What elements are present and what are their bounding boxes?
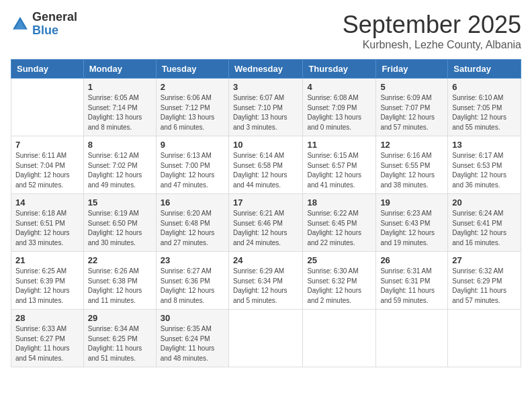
day-info: Sunrise: 6:18 AM Sunset: 6:51 PM Dayligh… [15, 209, 79, 248]
day-info: Sunrise: 6:16 AM Sunset: 6:55 PM Dayligh… [380, 151, 443, 190]
calendar-week-row: 21Sunrise: 6:25 AM Sunset: 6:39 PM Dayli… [11, 252, 521, 310]
day-info: Sunrise: 6:05 AM Sunset: 7:14 PM Dayligh… [88, 93, 152, 132]
day-info: Sunrise: 6:10 AM Sunset: 7:05 PM Dayligh… [452, 93, 517, 132]
title-block: September 2025 Kurbnesh, Lezhe County, A… [343, 11, 521, 51]
day-number: 1 [88, 82, 152, 92]
column-header-sunday: Sunday [11, 60, 84, 79]
calendar-cell: 25Sunrise: 6:30 AM Sunset: 6:32 PM Dayli… [303, 252, 376, 310]
calendar-cell [228, 310, 302, 367]
calendar-cell: 24Sunrise: 6:29 AM Sunset: 6:34 PM Dayli… [228, 252, 302, 310]
day-info: Sunrise: 6:32 AM Sunset: 6:29 PM Dayligh… [452, 267, 517, 306]
day-number: 7 [15, 140, 79, 150]
day-number: 5 [380, 82, 443, 92]
location-title: Kurbnesh, Lezhe County, Albania [343, 39, 521, 51]
day-number: 3 [233, 82, 298, 92]
day-info: Sunrise: 6:06 AM Sunset: 7:12 PM Dayligh… [161, 93, 224, 132]
day-number: 2 [161, 82, 224, 92]
calendar-cell: 11Sunrise: 6:15 AM Sunset: 6:57 PM Dayli… [303, 136, 376, 194]
month-title: September 2025 [343, 11, 521, 39]
day-number: 24 [233, 255, 298, 265]
calendar-cell: 5Sunrise: 6:09 AM Sunset: 7:07 PM Daylig… [376, 79, 448, 136]
column-header-monday: Monday [83, 60, 156, 79]
day-info: Sunrise: 6:14 AM Sunset: 6:58 PM Dayligh… [233, 151, 298, 190]
calendar-cell: 26Sunrise: 6:31 AM Sunset: 6:31 PM Dayli… [376, 252, 448, 310]
calendar-cell: 6Sunrise: 6:10 AM Sunset: 7:05 PM Daylig… [448, 79, 521, 136]
calendar-cell: 21Sunrise: 6:25 AM Sunset: 6:39 PM Dayli… [11, 252, 84, 310]
logo-blue-text: Blue [32, 24, 77, 38]
day-number: 25 [307, 255, 371, 265]
day-info: Sunrise: 6:24 AM Sunset: 6:41 PM Dayligh… [452, 209, 517, 248]
day-number: 8 [88, 140, 152, 150]
day-info: Sunrise: 6:33 AM Sunset: 6:27 PM Dayligh… [15, 324, 79, 363]
day-info: Sunrise: 6:31 AM Sunset: 6:31 PM Dayligh… [380, 267, 443, 306]
calendar-cell: 14Sunrise: 6:18 AM Sunset: 6:51 PM Dayli… [11, 194, 84, 252]
day-info: Sunrise: 6:23 AM Sunset: 6:43 PM Dayligh… [380, 209, 443, 248]
day-info: Sunrise: 6:26 AM Sunset: 6:38 PM Dayligh… [88, 267, 152, 306]
day-number: 16 [161, 197, 224, 208]
column-header-friday: Friday [376, 60, 448, 79]
calendar-cell [376, 310, 448, 367]
day-number: 20 [452, 197, 517, 208]
calendar-cell: 29Sunrise: 6:34 AM Sunset: 6:25 PM Dayli… [83, 310, 156, 367]
day-info: Sunrise: 6:13 AM Sunset: 7:00 PM Dayligh… [161, 151, 224, 190]
page-header: General Blue September 2025 Kurbnesh, Le… [11, 11, 521, 51]
calendar-cell: 13Sunrise: 6:17 AM Sunset: 6:53 PM Dayli… [448, 136, 521, 194]
calendar-cell: 3Sunrise: 6:07 AM Sunset: 7:10 PM Daylig… [228, 79, 302, 136]
day-number: 26 [380, 255, 443, 265]
calendar-cell: 18Sunrise: 6:22 AM Sunset: 6:45 PM Dayli… [303, 194, 376, 252]
calendar-cell: 1Sunrise: 6:05 AM Sunset: 7:14 PM Daylig… [83, 79, 156, 136]
day-number: 6 [452, 82, 517, 92]
day-number: 27 [452, 255, 517, 265]
day-number: 23 [161, 255, 224, 265]
calendar-week-row: 28Sunrise: 6:33 AM Sunset: 6:27 PM Dayli… [11, 310, 521, 367]
day-number: 9 [161, 140, 224, 150]
day-number: 15 [88, 197, 152, 208]
day-number: 17 [233, 197, 298, 208]
calendar-cell: 22Sunrise: 6:26 AM Sunset: 6:38 PM Dayli… [83, 252, 156, 310]
calendar-week-row: 14Sunrise: 6:18 AM Sunset: 6:51 PM Dayli… [11, 194, 521, 252]
day-info: Sunrise: 6:22 AM Sunset: 6:45 PM Dayligh… [307, 209, 371, 248]
column-header-wednesday: Wednesday [228, 60, 302, 79]
column-header-thursday: Thursday [303, 60, 376, 79]
column-header-saturday: Saturday [448, 60, 521, 79]
calendar-header-row: SundayMondayTuesdayWednesdayThursdayFrid… [11, 60, 521, 79]
calendar-cell: 17Sunrise: 6:21 AM Sunset: 6:46 PM Dayli… [228, 194, 302, 252]
day-info: Sunrise: 6:12 AM Sunset: 7:02 PM Dayligh… [88, 151, 152, 190]
calendar-cell: 20Sunrise: 6:24 AM Sunset: 6:41 PM Dayli… [448, 194, 521, 252]
calendar-cell [448, 310, 521, 367]
day-info: Sunrise: 6:29 AM Sunset: 6:34 PM Dayligh… [233, 267, 298, 306]
calendar-cell [303, 310, 376, 367]
day-number: 19 [380, 197, 443, 208]
day-info: Sunrise: 6:15 AM Sunset: 6:57 PM Dayligh… [307, 151, 371, 190]
day-info: Sunrise: 6:17 AM Sunset: 6:53 PM Dayligh… [452, 151, 517, 190]
day-number: 29 [88, 313, 152, 323]
calendar-table: SundayMondayTuesdayWednesdayThursdayFrid… [11, 59, 521, 367]
day-info: Sunrise: 6:11 AM Sunset: 7:04 PM Dayligh… [15, 151, 79, 190]
calendar-cell: 27Sunrise: 6:32 AM Sunset: 6:29 PM Dayli… [448, 252, 521, 310]
day-info: Sunrise: 6:08 AM Sunset: 7:09 PM Dayligh… [307, 93, 371, 132]
calendar-cell: 30Sunrise: 6:35 AM Sunset: 6:24 PM Dayli… [156, 310, 228, 367]
calendar-cell: 10Sunrise: 6:14 AM Sunset: 6:58 PM Dayli… [228, 136, 302, 194]
day-number: 4 [307, 82, 371, 92]
calendar-cell: 28Sunrise: 6:33 AM Sunset: 6:27 PM Dayli… [11, 310, 84, 367]
day-info: Sunrise: 6:19 AM Sunset: 6:50 PM Dayligh… [88, 209, 152, 248]
calendar-cell: 8Sunrise: 6:12 AM Sunset: 7:02 PM Daylig… [83, 136, 156, 194]
logo-text: General Blue [32, 11, 77, 38]
calendar-cell: 4Sunrise: 6:08 AM Sunset: 7:09 PM Daylig… [303, 79, 376, 136]
column-header-tuesday: Tuesday [156, 60, 228, 79]
calendar-week-row: 7Sunrise: 6:11 AM Sunset: 7:04 PM Daylig… [11, 136, 521, 194]
calendar-cell: 12Sunrise: 6:16 AM Sunset: 6:55 PM Dayli… [376, 136, 448, 194]
day-info: Sunrise: 6:25 AM Sunset: 6:39 PM Dayligh… [15, 267, 79, 306]
day-info: Sunrise: 6:21 AM Sunset: 6:46 PM Dayligh… [233, 209, 298, 248]
day-number: 28 [15, 313, 79, 323]
logo-general-text: General [32, 11, 77, 24]
day-number: 18 [307, 197, 371, 208]
calendar-cell: 2Sunrise: 6:06 AM Sunset: 7:12 PM Daylig… [156, 79, 228, 136]
calendar-week-row: 1Sunrise: 6:05 AM Sunset: 7:14 PM Daylig… [11, 79, 521, 136]
day-info: Sunrise: 6:07 AM Sunset: 7:10 PM Dayligh… [233, 93, 298, 132]
calendar-cell [11, 79, 84, 136]
calendar-cell: 16Sunrise: 6:20 AM Sunset: 6:48 PM Dayli… [156, 194, 228, 252]
day-info: Sunrise: 6:09 AM Sunset: 7:07 PM Dayligh… [380, 93, 443, 132]
day-number: 14 [15, 197, 79, 208]
day-number: 12 [380, 140, 443, 150]
